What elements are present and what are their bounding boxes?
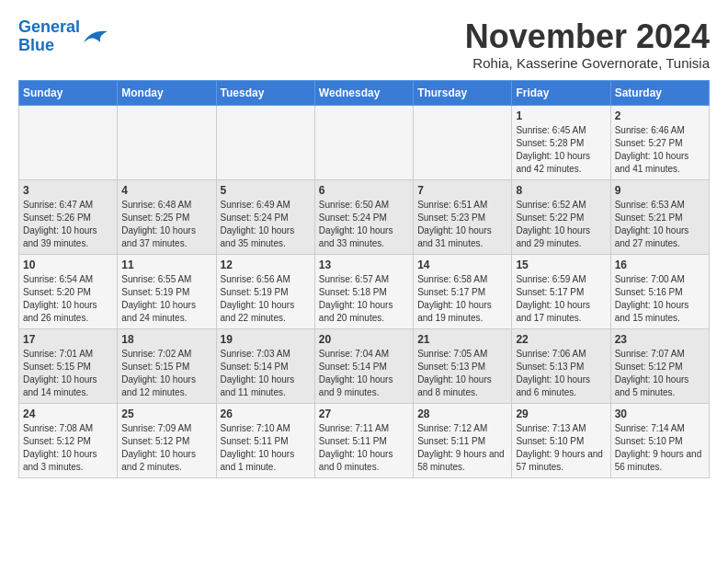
day-header-tuesday: Tuesday bbox=[216, 80, 314, 105]
calendar-cell: 22Sunrise: 7:06 AM Sunset: 5:13 PM Dayli… bbox=[512, 328, 610, 403]
day-number: 1 bbox=[516, 109, 606, 122]
day-number: 3 bbox=[23, 184, 113, 197]
day-number: 22 bbox=[516, 333, 606, 346]
day-number: 9 bbox=[615, 184, 705, 197]
calendar-cell: 10Sunrise: 6:54 AM Sunset: 5:20 PM Dayli… bbox=[19, 254, 118, 328]
day-number: 19 bbox=[221, 333, 311, 346]
day-info: Sunrise: 6:47 AM Sunset: 5:26 PM Dayligh… bbox=[23, 199, 113, 250]
day-number: 24 bbox=[23, 408, 113, 420]
day-info: Sunrise: 6:59 AM Sunset: 5:17 PM Dayligh… bbox=[516, 273, 606, 325]
day-number: 2 bbox=[615, 109, 705, 122]
location-subtitle: Rohia, Kasserine Governorate, Tunisia bbox=[465, 55, 710, 71]
day-info: Sunrise: 7:02 AM Sunset: 5:15 PM Dayligh… bbox=[121, 348, 211, 399]
day-number: 27 bbox=[319, 408, 409, 420]
day-info: Sunrise: 7:08 AM Sunset: 5:12 PM Dayligh… bbox=[23, 422, 113, 474]
calendar-cell: 5Sunrise: 6:49 AM Sunset: 5:24 PM Daylig… bbox=[216, 179, 314, 254]
day-number: 17 bbox=[23, 333, 113, 346]
day-info: Sunrise: 7:14 AM Sunset: 5:10 PM Dayligh… bbox=[615, 422, 705, 474]
day-header-monday: Monday bbox=[118, 80, 216, 105]
day-number: 21 bbox=[417, 333, 507, 346]
logo-bird-icon bbox=[82, 26, 109, 48]
day-number: 20 bbox=[319, 333, 409, 346]
day-number: 10 bbox=[23, 259, 113, 271]
day-info: Sunrise: 7:06 AM Sunset: 5:13 PM Dayligh… bbox=[516, 348, 606, 399]
calendar-cell: 7Sunrise: 6:51 AM Sunset: 5:23 PM Daylig… bbox=[414, 179, 512, 254]
day-info: Sunrise: 7:00 AM Sunset: 5:16 PM Dayligh… bbox=[615, 273, 705, 325]
day-number: 11 bbox=[121, 259, 211, 271]
calendar-cell: 16Sunrise: 7:00 AM Sunset: 5:16 PM Dayli… bbox=[610, 254, 709, 328]
day-info: Sunrise: 7:13 AM Sunset: 5:10 PM Dayligh… bbox=[516, 422, 606, 474]
day-info: Sunrise: 7:07 AM Sunset: 5:12 PM Dayligh… bbox=[615, 348, 705, 399]
calendar-cell bbox=[19, 105, 118, 179]
calendar-cell: 11Sunrise: 6:55 AM Sunset: 5:19 PM Dayli… bbox=[118, 254, 216, 328]
calendar-cell: 13Sunrise: 6:57 AM Sunset: 5:18 PM Dayli… bbox=[314, 254, 413, 328]
calendar-cell: 17Sunrise: 7:01 AM Sunset: 5:15 PM Dayli… bbox=[19, 328, 118, 403]
day-header-wednesday: Wednesday bbox=[314, 80, 413, 105]
calendar-cell: 2Sunrise: 6:46 AM Sunset: 5:27 PM Daylig… bbox=[610, 105, 709, 179]
logo: General Blue bbox=[18, 18, 109, 55]
day-info: Sunrise: 6:51 AM Sunset: 5:23 PM Dayligh… bbox=[417, 199, 507, 250]
calendar-cell bbox=[216, 105, 314, 179]
day-number: 8 bbox=[516, 184, 606, 197]
calendar-cell: 29Sunrise: 7:13 AM Sunset: 5:10 PM Dayli… bbox=[512, 403, 610, 477]
calendar-cell: 15Sunrise: 6:59 AM Sunset: 5:17 PM Dayli… bbox=[512, 254, 610, 328]
day-info: Sunrise: 6:57 AM Sunset: 5:18 PM Dayligh… bbox=[319, 273, 409, 325]
day-info: Sunrise: 7:03 AM Sunset: 5:14 PM Dayligh… bbox=[221, 348, 311, 399]
day-number: 6 bbox=[319, 184, 409, 197]
calendar-cell bbox=[118, 105, 216, 179]
day-header-sunday: Sunday bbox=[19, 80, 118, 105]
day-info: Sunrise: 7:09 AM Sunset: 5:12 PM Dayligh… bbox=[121, 422, 211, 474]
calendar-week-row: 1Sunrise: 6:45 AM Sunset: 5:28 PM Daylig… bbox=[19, 105, 710, 179]
page-header: General Blue November 2024 Rohia, Kasser… bbox=[18, 18, 710, 71]
day-info: Sunrise: 7:10 AM Sunset: 5:11 PM Dayligh… bbox=[221, 422, 311, 474]
calendar-week-row: 17Sunrise: 7:01 AM Sunset: 5:15 PM Dayli… bbox=[19, 328, 710, 403]
day-info: Sunrise: 7:01 AM Sunset: 5:15 PM Dayligh… bbox=[23, 348, 113, 399]
day-info: Sunrise: 6:54 AM Sunset: 5:20 PM Dayligh… bbox=[23, 273, 113, 325]
day-number: 13 bbox=[319, 259, 409, 271]
month-title: November 2024 bbox=[465, 18, 710, 55]
day-number: 30 bbox=[615, 408, 705, 420]
day-info: Sunrise: 7:11 AM Sunset: 5:11 PM Dayligh… bbox=[319, 422, 409, 474]
calendar-cell: 18Sunrise: 7:02 AM Sunset: 5:15 PM Dayli… bbox=[118, 328, 216, 403]
calendar-cell: 4Sunrise: 6:48 AM Sunset: 5:25 PM Daylig… bbox=[118, 179, 216, 254]
calendar-cell: 27Sunrise: 7:11 AM Sunset: 5:11 PM Dayli… bbox=[314, 403, 413, 477]
day-info: Sunrise: 6:49 AM Sunset: 5:24 PM Dayligh… bbox=[221, 199, 311, 250]
calendar-week-row: 10Sunrise: 6:54 AM Sunset: 5:20 PM Dayli… bbox=[19, 254, 710, 328]
calendar-cell: 23Sunrise: 7:07 AM Sunset: 5:12 PM Dayli… bbox=[610, 328, 709, 403]
day-info: Sunrise: 6:50 AM Sunset: 5:24 PM Dayligh… bbox=[319, 199, 409, 250]
calendar-cell: 20Sunrise: 7:04 AM Sunset: 5:14 PM Dayli… bbox=[314, 328, 413, 403]
day-info: Sunrise: 6:55 AM Sunset: 5:19 PM Dayligh… bbox=[121, 273, 211, 325]
day-number: 12 bbox=[221, 259, 311, 271]
day-number: 29 bbox=[516, 408, 606, 420]
day-number: 16 bbox=[615, 259, 705, 271]
calendar-cell bbox=[414, 105, 512, 179]
day-info: Sunrise: 6:46 AM Sunset: 5:27 PM Dayligh… bbox=[615, 124, 705, 176]
day-number: 26 bbox=[221, 408, 311, 420]
calendar-cell: 26Sunrise: 7:10 AM Sunset: 5:11 PM Dayli… bbox=[216, 403, 314, 477]
calendar-cell: 1Sunrise: 6:45 AM Sunset: 5:28 PM Daylig… bbox=[512, 105, 610, 179]
logo-text: General Blue bbox=[18, 18, 80, 55]
day-number: 25 bbox=[121, 408, 211, 420]
day-number: 18 bbox=[121, 333, 211, 346]
calendar-cell bbox=[314, 105, 413, 179]
calendar-cell: 9Sunrise: 6:53 AM Sunset: 5:21 PM Daylig… bbox=[610, 179, 709, 254]
calendar-cell: 14Sunrise: 6:58 AM Sunset: 5:17 PM Dayli… bbox=[414, 254, 512, 328]
day-info: Sunrise: 6:56 AM Sunset: 5:19 PM Dayligh… bbox=[221, 273, 311, 325]
day-info: Sunrise: 7:12 AM Sunset: 5:11 PM Dayligh… bbox=[417, 422, 507, 474]
day-number: 15 bbox=[516, 259, 606, 271]
day-header-thursday: Thursday bbox=[414, 80, 512, 105]
calendar-header-row: SundayMondayTuesdayWednesdayThursdayFrid… bbox=[19, 80, 710, 105]
calendar-table: SundayMondayTuesdayWednesdayThursdayFrid… bbox=[18, 80, 710, 478]
day-info: Sunrise: 7:04 AM Sunset: 5:14 PM Dayligh… bbox=[319, 348, 409, 399]
day-number: 7 bbox=[417, 184, 507, 197]
day-info: Sunrise: 6:48 AM Sunset: 5:25 PM Dayligh… bbox=[121, 199, 211, 250]
day-header-friday: Friday bbox=[512, 80, 610, 105]
day-info: Sunrise: 6:45 AM Sunset: 5:28 PM Dayligh… bbox=[516, 124, 606, 176]
day-info: Sunrise: 6:52 AM Sunset: 5:22 PM Dayligh… bbox=[516, 199, 606, 250]
day-info: Sunrise: 6:53 AM Sunset: 5:21 PM Dayligh… bbox=[615, 199, 705, 250]
day-info: Sunrise: 7:05 AM Sunset: 5:13 PM Dayligh… bbox=[417, 348, 507, 399]
calendar-week-row: 24Sunrise: 7:08 AM Sunset: 5:12 PM Dayli… bbox=[19, 403, 710, 477]
title-block: November 2024 Rohia, Kasserine Governora… bbox=[465, 18, 710, 71]
day-number: 14 bbox=[417, 259, 507, 271]
calendar-cell: 30Sunrise: 7:14 AM Sunset: 5:10 PM Dayli… bbox=[610, 403, 709, 477]
